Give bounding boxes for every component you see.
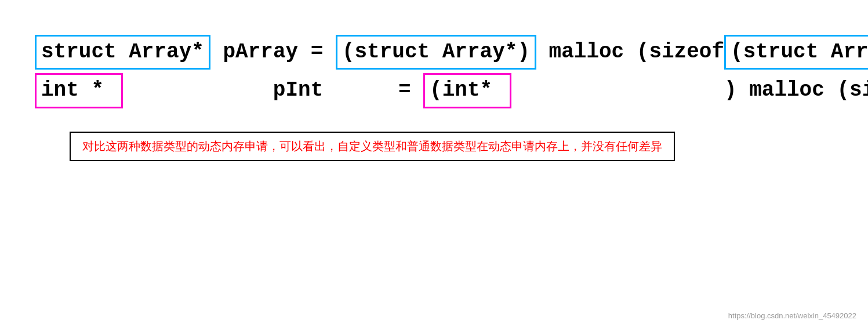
int-cast-box: (int* [423,73,511,108]
cast-struct-array-text: (struct Array*) [342,40,530,64]
int-cast-text: (int* [430,78,505,102]
code-text-parray: pArray = [210,38,336,67]
code-text-malloc2: ) malloc (sizeof( [511,76,868,105]
code-text-malloc1: malloc (sizeof [536,38,724,67]
note-box: 对比这两种数据类型的动态内存申请，可以看出，自定义类型和普通数据类型在动态申请内… [70,132,675,161]
code-line-1: struct Array* pArray = (struct Array*) m… [35,35,833,70]
int-star-box: int * [35,73,123,108]
code-block: struct Array* pArray = (struct Array*) m… [35,35,833,108]
code-text-pint: pInt = [123,76,423,105]
sizeof-struct-array-box: (struct Array [724,35,868,70]
note-text: 对比这两种数据类型的动态内存申请，可以看出，自定义类型和普通数据类型在动态申请内… [82,140,662,152]
sizeof-struct-array-text: (struct Array [731,40,868,64]
watermark: https://blog.csdn.net/weixin_45492022 [728,311,856,320]
struct-array-box-line1: struct Array* [35,35,210,70]
code-line-2: int * pInt = (int* ) malloc (sizeof( int… [35,73,833,108]
int-star-text: int * [41,78,117,102]
cast-struct-array-box: (struct Array*) [336,35,536,70]
main-content: struct Array* pArray = (struct Array*) m… [0,0,868,184]
struct-array-text-line1: struct Array* [41,40,204,64]
